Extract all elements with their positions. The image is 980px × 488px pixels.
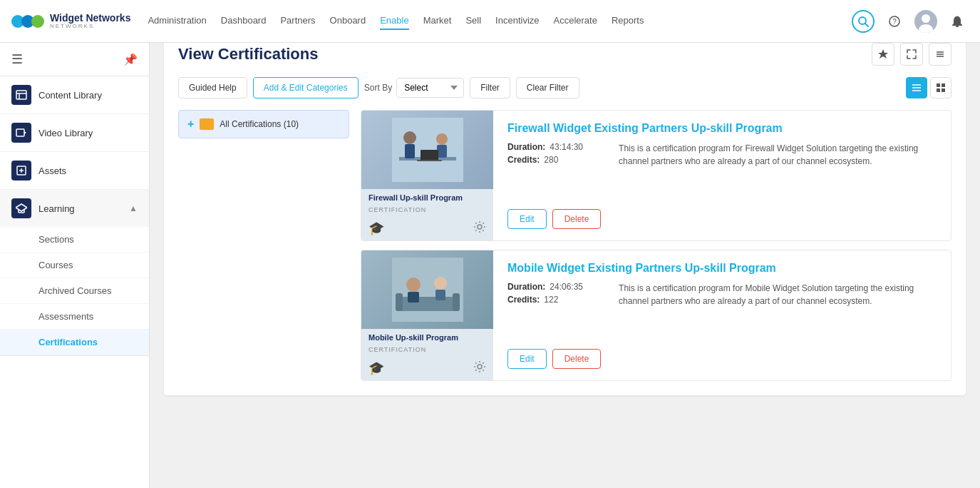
nav-accelerate[interactable]: Accelerate — [554, 12, 597, 30]
notification-button[interactable] — [946, 10, 969, 33]
cert-title-1[interactable]: Firewall Widget Existing Partners Up-ski… — [507, 122, 937, 135]
nav-onboard[interactable]: Onboard — [330, 12, 366, 30]
sidebar-item-sections[interactable]: Sections — [0, 227, 149, 253]
category-panel: + All Certifications (10) — [178, 110, 349, 381]
svg-point-47 — [478, 365, 482, 369]
content-library-label: Content Library — [38, 90, 102, 101]
video-library-label: Video Library — [38, 128, 93, 138]
sidebar-item-content-library[interactable]: Content Library — [0, 76, 149, 114]
assets-icon — [11, 161, 31, 181]
cert-image-1 — [361, 111, 493, 189]
nav-incentivize[interactable]: Incentivize — [495, 12, 539, 30]
clear-filter-button[interactable]: Clear Filter — [516, 77, 579, 98]
add-edit-categories-button[interactable]: Add & Edit Categories — [253, 77, 359, 98]
svg-rect-46 — [435, 290, 445, 300]
settings-view-button[interactable] — [929, 43, 951, 66]
main-content: Enable › Certifications View Certificati… — [150, 0, 980, 410]
assets-label: Assets — [38, 166, 66, 176]
cert-thumb-icons-1: 🎓 — [361, 216, 493, 240]
logo-sub: NETWORKS — [50, 23, 130, 29]
list-view-button[interactable] — [906, 77, 927, 98]
edit-cert-2-button[interactable]: Edit — [507, 349, 547, 369]
edit-cert-1-button[interactable]: Edit — [507, 209, 547, 229]
svg-rect-44 — [408, 292, 419, 303]
user-avatar[interactable] — [914, 10, 937, 33]
cert-thumb-label-1: Firewall Up-skill Program — [361, 189, 493, 206]
credits-label-2: Credits: — [507, 295, 540, 305]
pin-icon[interactable]: 📌 — [123, 53, 138, 66]
filter-button[interactable]: Filter — [470, 77, 510, 98]
cert-card-1: Firewall Up-skill Program CERTIFICATION … — [361, 110, 951, 241]
duration-label-1: Duration: — [507, 142, 545, 152]
pin-view-button[interactable] — [872, 43, 894, 66]
sidebar-item-video-library[interactable]: Video Library — [0, 114, 149, 152]
svg-rect-8 — [16, 91, 26, 99]
logo[interactable]: Widget Networks NETWORKS — [11, 13, 130, 29]
nav-reports[interactable]: Reports — [612, 12, 644, 30]
nav-links: Administration Dashboard Partners Onboar… — [148, 12, 852, 30]
svg-text:?: ? — [892, 18, 897, 26]
video-library-icon — [11, 123, 31, 143]
svg-point-34 — [436, 133, 448, 145]
nav-administration[interactable]: Administration — [148, 12, 206, 30]
folder-icon — [200, 118, 214, 130]
svg-point-38 — [478, 225, 482, 229]
svg-rect-27 — [942, 83, 945, 87]
page-title-icons — [872, 43, 951, 66]
credits-value-2: 122 — [544, 295, 558, 305]
help-button[interactable]: ? — [883, 10, 906, 33]
cert-title-2[interactable]: Mobile Widget Existing Partners Up-skill… — [507, 262, 937, 275]
cert-actions-1: Edit Delete — [507, 209, 937, 229]
sidebar-item-assets[interactable]: Assets — [0, 152, 149, 190]
sidebar-item-assessments[interactable]: Assessments — [0, 304, 149, 330]
sidebar-item-courses[interactable]: Courses — [0, 253, 149, 278]
guided-help-button[interactable]: Guided Help — [178, 77, 247, 98]
nav-dashboard[interactable]: Dashboard — [221, 12, 267, 30]
chevron-up-icon: ▲ — [129, 203, 138, 213]
delete-cert-1-button[interactable]: Delete — [552, 209, 602, 229]
svg-rect-42 — [453, 293, 460, 311]
nav-partners[interactable]: Partners — [280, 12, 315, 30]
cert-thumb-2: Mobile Up-skill Program CERTIFICATION 🎓 — [361, 250, 493, 380]
svg-rect-11 — [16, 129, 24, 136]
svg-rect-7 — [956, 26, 959, 27]
expand-button[interactable] — [900, 43, 923, 66]
cert-actions-2: Edit Delete — [507, 349, 937, 369]
sort-select[interactable]: Select Name A-Z Name Z-A Newest Oldest — [396, 78, 464, 98]
cert-desc-1: This is a certification program for Fire… — [604, 142, 937, 172]
duration-value-1: 43:14:30 — [550, 142, 583, 152]
nav-enable[interactable]: Enable — [380, 12, 408, 30]
gear-icon-2 — [473, 360, 486, 376]
category-label: All Certifications (10) — [220, 119, 299, 129]
sort-by-label: Sort By — [364, 83, 392, 93]
nav-sell[interactable]: Sell — [465, 12, 481, 30]
cert-thumb-label-2: Mobile Up-skill Program — [361, 329, 493, 346]
grid-view-button[interactable] — [930, 77, 951, 98]
all-certifications-item[interactable]: + All Certifications (10) — [178, 110, 349, 138]
sidebar-item-certifications[interactable]: Certifications — [0, 330, 149, 355]
svg-rect-29 — [942, 88, 945, 92]
duration-label-2: Duration: — [507, 282, 545, 292]
sidebar-item-archived-courses[interactable]: Archived Courses — [0, 278, 149, 304]
hamburger-icon[interactable]: ☰ — [11, 51, 23, 67]
sort-by-area: Sort By Select Name A-Z Name Z-A Newest … — [364, 78, 464, 98]
content-library-icon — [11, 85, 31, 105]
svg-point-43 — [406, 278, 421, 292]
learning-header[interactable]: Learning ▲ — [0, 190, 149, 227]
delete-cert-2-button[interactable]: Delete — [552, 349, 602, 369]
cert-thumb-sub-2: CERTIFICATION — [361, 346, 493, 356]
learning-section: Learning ▲ Sections Courses Archived Cou… — [0, 190, 149, 356]
page-title-row: View Certifications — [178, 43, 951, 66]
search-button[interactable] — [852, 10, 875, 33]
learning-subitems: Sections Courses Archived Courses Assess… — [0, 227, 149, 355]
cert-layout: + All Certifications (10) — [178, 110, 951, 381]
cert-desc-2: This is a certification program for Mobi… — [604, 282, 937, 312]
nav-market[interactable]: Market — [423, 12, 452, 30]
graduation-icon-2: 🎓 — [368, 360, 384, 376]
svg-line-1 — [865, 24, 868, 26]
cert-meta-1: Duration: 43:14:30 Credits: 280 — [507, 142, 583, 165]
learning-icon — [11, 198, 31, 218]
cert-image-2 — [361, 250, 493, 329]
learning-label: Learning — [38, 203, 129, 214]
gear-icon-1 — [473, 220, 486, 236]
